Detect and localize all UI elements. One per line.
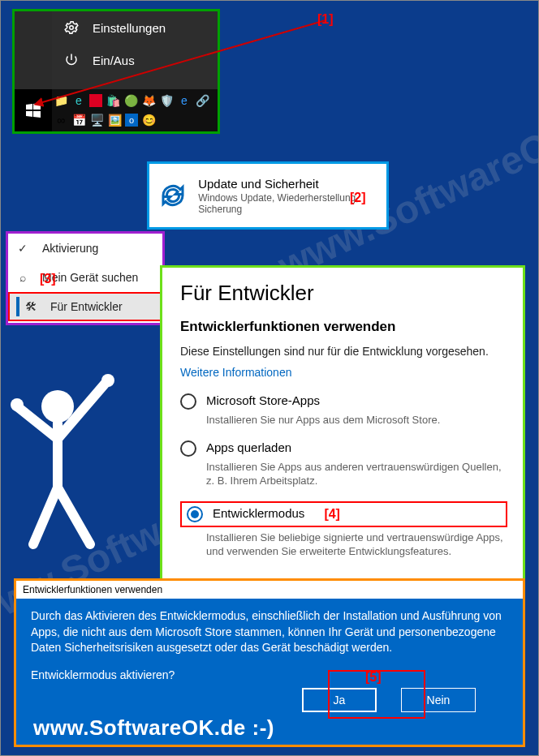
dialog-buttons: Ja Nein xyxy=(31,683,508,712)
power-menu-item[interactable]: Ein/Aus xyxy=(52,44,218,76)
dialog-text: Durch das Aktivieren des Entwicklermodus… xyxy=(31,608,508,656)
sidebar-label: Mein Gerät suchen xyxy=(42,271,138,284)
sidebar-label: Aktivierung xyxy=(42,242,98,255)
radio-label: Microsoft Store-Apps xyxy=(206,393,320,407)
radio-label: Entwicklermodus xyxy=(213,506,304,520)
start-left-rail xyxy=(15,11,52,131)
vs-icon[interactable]: ∞ xyxy=(54,113,68,127)
sidebar-item-developers[interactable]: 🛠 Für Entwickler xyxy=(8,292,162,321)
windows-start-button[interactable] xyxy=(15,89,52,131)
sync-icon xyxy=(156,176,190,215)
windows-icon xyxy=(26,103,41,118)
radio-desc: Installieren Sie Apps aus anderen vertra… xyxy=(206,460,505,488)
photos-icon[interactable]: 🖼️ xyxy=(107,113,122,127)
settings-menu-item[interactable]: Einstellungen xyxy=(52,11,218,44)
radio-store-apps[interactable]: Microsoft Store-Apps xyxy=(180,393,505,410)
watermark-vertical: www.SoftwareOK.de :-) xyxy=(535,431,539,627)
check-icon: ✓ xyxy=(15,242,31,255)
settings-label: Einstellungen xyxy=(93,21,166,35)
callout-3: [3] xyxy=(40,272,56,286)
active-indicator xyxy=(16,297,19,316)
app-icon-yellow[interactable]: 😊 xyxy=(141,113,156,127)
dialog-title: Entwicklerfunktionen verwenden xyxy=(16,581,523,599)
callout-1: [1] xyxy=(317,12,334,27)
dialog-body: Durch das Aktivieren des Entwicklermodus… xyxy=(16,599,523,722)
svg-point-2 xyxy=(101,374,114,387)
radio-developer-mode-highlight: Entwicklermodus [4] xyxy=(180,501,507,527)
outlook-icon[interactable]: o xyxy=(125,114,138,127)
gear-icon xyxy=(63,20,80,35)
sidebar-item-activation[interactable]: ✓ Aktivierung xyxy=(8,234,162,263)
highlight-box: [5] xyxy=(328,670,425,719)
start-menu-panel: Einstellungen Ein/Aus 📁 e 🛍️ 🟢 🦊 🛡️ e 🔗 … xyxy=(12,9,220,134)
taskbar: 📁 e 🛍️ 🟢 🦊 🛡️ e 🔗 ∞ 📅 🖥️ 🖼️ o 😊 xyxy=(52,89,218,131)
radio-icon-selected xyxy=(187,506,203,522)
firefox-icon[interactable]: 🦊 xyxy=(141,93,156,108)
radio-desc: Installieren Sie beliebige signierte und… xyxy=(206,530,505,559)
power-icon xyxy=(63,53,80,67)
app-icon[interactable]: 🔗 xyxy=(195,93,209,108)
radio-label: Apps querladen xyxy=(206,440,291,454)
more-info-link[interactable]: Weitere Informationen xyxy=(180,366,505,379)
sidebar-label: Für Entwickler xyxy=(50,300,123,313)
callout-2: [2] xyxy=(350,191,366,205)
app-icon-red[interactable] xyxy=(89,94,102,107)
section-title: Entwicklerfunktionen verwenden xyxy=(180,319,505,335)
edge-icon[interactable]: e xyxy=(71,93,86,108)
start-menu-list: Einstellungen Ein/Aus 📁 e 🛍️ 🟢 🦊 🛡️ e 🔗 … xyxy=(52,11,218,131)
decorative-figure xyxy=(1,358,139,552)
explorer-icon[interactable]: 📁 xyxy=(54,93,68,108)
power-label: Ein/Aus xyxy=(93,54,135,67)
app-icon[interactable]: 🖥️ xyxy=(89,113,104,127)
sidebar-item-find-device[interactable]: ⌕ Mein Gerät suchen xyxy=(8,263,162,292)
radio-developer-mode[interactable]: Entwicklermodus xyxy=(187,506,304,522)
callout-5: [5] xyxy=(365,670,382,685)
store-icon[interactable]: 🛍️ xyxy=(106,93,120,108)
settings-sidebar: ✓ Aktivierung ⌕ Mein Gerät suchen 🛠 Für … xyxy=(6,231,165,325)
radio-icon xyxy=(180,440,196,457)
radio-icon xyxy=(180,393,196,410)
svg-point-0 xyxy=(41,390,74,423)
radio-desc: Installieren Sie nur Apps aus dem Micros… xyxy=(206,413,505,427)
shield-icon[interactable]: 🛡️ xyxy=(159,93,174,108)
device-icon: ⌕ xyxy=(15,271,31,284)
callout-4: [4] xyxy=(324,507,340,522)
page-title: Für Entwickler xyxy=(180,281,505,306)
developer-settings-page: Für Entwickler Entwicklerfunktionen verw… xyxy=(160,265,525,582)
chrome-icon[interactable]: 🟢 xyxy=(123,93,138,108)
intro-text: Diese Einstellungen sind nur für die Ent… xyxy=(180,345,505,358)
calendar-icon[interactable]: 📅 xyxy=(71,113,86,127)
dialog-question: Entwicklermodus aktivieren? xyxy=(31,668,508,684)
svg-point-1 xyxy=(11,398,24,411)
tile-title: Update und Sicherheit xyxy=(198,177,380,191)
ie-icon[interactable]: e xyxy=(177,93,192,108)
tools-icon: 🛠 xyxy=(23,300,39,313)
radio-sideload[interactable]: Apps querladen xyxy=(180,440,505,457)
watermark-bottom: www.SoftwareOK.de :-) xyxy=(33,715,274,741)
